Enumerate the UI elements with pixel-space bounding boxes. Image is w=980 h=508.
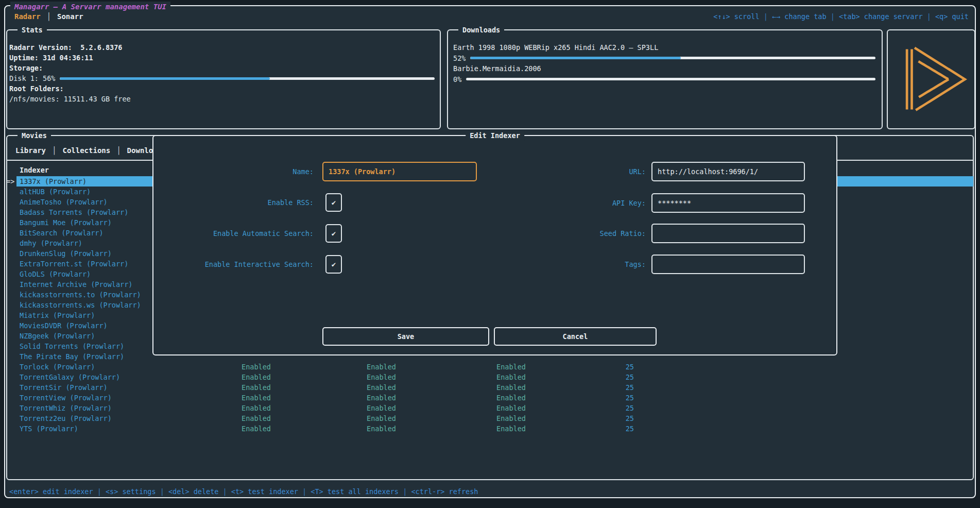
download-name: Barbie.Mermaidia.2006 [453, 63, 875, 74]
tab-separator: │ [45, 12, 53, 21]
tags-input[interactable] [651, 255, 805, 274]
indexer-enabled-cell: Enabled [367, 393, 396, 403]
indexer-row-torrentview-prowlarr[interactable]: TorrentView (Prowlarr)EnabledEnabledEnab… [16, 393, 973, 403]
download-progress-bar [470, 57, 875, 59]
terminal-screen: Managarr – A Servarr management TUI Rada… [0, 0, 980, 508]
enable-rss-label: Enable RSS: [174, 193, 314, 212]
indexer-enabled-cell: Enabled [367, 382, 396, 393]
indexer-enabled-cell: Enabled [496, 393, 526, 403]
hint-label: quit [948, 12, 969, 21]
hint-separator: | [93, 487, 106, 496]
indexer-row-torrentsir-prowlarr[interactable]: TorrentSir (Prowlarr)EnabledEnabledEnabl… [16, 382, 973, 393]
root-folders-label: Root Folders: [9, 83, 435, 94]
tab-sonarr[interactable]: Sonarr [53, 12, 88, 21]
check-icon: ✔ [332, 198, 336, 207]
hint-key: <↑↓> [713, 12, 730, 21]
indexer-row-torrentgalaxy-prowlarr[interactable]: TorrentGalaxy (Prowlarr)EnabledEnabledEn… [16, 372, 973, 382]
url-input[interactable]: http://localhost:9696/1/ [651, 162, 805, 181]
hint-separator: | [399, 487, 411, 496]
tab-radarr[interactable]: Radarr [10, 12, 45, 21]
download-progress-row: 0% [453, 74, 875, 84]
hint-label: test indexer [244, 487, 298, 496]
indexer-name: 1337x (Prowlarr) [20, 176, 87, 187]
hint-key: <enter> [9, 487, 39, 496]
indexer-name: The Pirate Bay (Prowlarr) [20, 351, 124, 362]
logo-panel [887, 29, 975, 129]
hint-label: scroll [730, 12, 760, 21]
indexer-row-torlock-prowlarr[interactable]: Torlock (Prowlarr)EnabledEnabledEnabled2… [16, 362, 973, 372]
indexer-name: kickasstorrents.ws (Prowlarr) [20, 300, 141, 310]
indexer-name: TorrentWhiz (Prowlarr) [20, 403, 112, 413]
indexer-row-yts-prowlarr[interactable]: YTS (Prowlarr)EnabledEnabledEnabled25 [16, 424, 973, 434]
hint-separator: | [760, 12, 772, 21]
hint-change-tab: ←→ change tab [772, 12, 827, 21]
disk-usage-bar-fill [60, 77, 269, 80]
hint-key: <s> [106, 487, 118, 496]
enable-automatic-search-checkbox[interactable]: ✔ [325, 224, 342, 243]
api-key-input[interactable]: ******** [651, 193, 805, 213]
hint-refresh: <ctrl-r> refresh [411, 487, 478, 496]
indexer-priority-cell: 25 [593, 413, 634, 424]
hint-key: <t> [231, 487, 244, 496]
download-progress-fill [470, 57, 681, 59]
modal-title: Edit Indexer [466, 130, 524, 141]
bottom-hints: <enter> edit indexer | <s> settings | <d… [9, 485, 478, 498]
hint-key: <q> [935, 12, 948, 21]
api-key-input-label: API Key: [514, 193, 646, 213]
name-field-label: Name: [174, 162, 314, 181]
indexer-row-torrentz2eu-prowlarr[interactable]: Torrentz2eu (Prowlarr)EnabledEnabledEnab… [16, 413, 973, 424]
indexer-name: kickasstorrents.to (Prowlarr) [20, 290, 141, 300]
hint-key: <T> [311, 487, 323, 496]
indexer-enabled-cell: Enabled [367, 413, 396, 424]
hint-quit: <q> quit [935, 12, 969, 21]
hint-delete: <del> delete [168, 487, 219, 496]
indexer-enabled-cell: Enabled [242, 362, 271, 372]
indexer-name: DrunkenSlug (Prowlarr) [20, 248, 112, 259]
seed-ratio-input-label: Seed Ratio: [514, 224, 646, 243]
indexer-enabled-cell: Enabled [367, 362, 396, 372]
storage-label: Storage: [9, 63, 435, 73]
indexer-enabled-cell: Enabled [242, 393, 271, 403]
hint-label: edit indexer [39, 487, 93, 496]
indexer-enabled-cell: Enabled [242, 382, 271, 393]
indexer-name: TorrentSir (Prowlarr) [20, 382, 108, 393]
movies-panel-title: Movies [18, 130, 51, 141]
save-button[interactable]: Save [322, 327, 489, 346]
indexer-enabled-cell: Enabled [367, 403, 396, 413]
stats-panel: Stats Radarr Version: 5.2.6.8376 Uptime:… [6, 29, 441, 129]
enable-rss-checkbox[interactable]: ✔ [325, 193, 342, 212]
check-icon: ✔ [332, 260, 336, 268]
indexer-name: Torlock (Prowlarr) [20, 362, 95, 372]
url-input-label: URL: [514, 162, 646, 181]
seed-ratio-input[interactable] [651, 224, 805, 243]
hint-label: change tab [780, 12, 826, 21]
hint-separator: | [156, 487, 168, 496]
indexer-enabled-cell: Enabled [496, 382, 526, 393]
name-input[interactable]: 1337x (Prowlarr) [322, 162, 477, 181]
enable-interactive-search-checkbox[interactable]: ✔ [325, 255, 342, 274]
hint-separator: | [923, 12, 935, 21]
download-progress-row: 52% [453, 53, 875, 63]
downloads-items: Earth 1998 1080p WEBRip x265 Hindi AAC2.… [453, 42, 875, 84]
hint-key: <tab> [839, 12, 860, 21]
indexer-enabled-cell: Enabled [242, 424, 271, 434]
indexer-row-torrentwhiz-prowlarr[interactable]: TorrentWhiz (Prowlarr)EnabledEnabledEnab… [16, 403, 973, 413]
root-folder-free-line: /nfs/movies: 11511.43 GB free [9, 94, 435, 104]
url-input-value: http://localhost:9696/1/ [652, 163, 804, 180]
indexer-name: altHUB (Prowlarr) [20, 187, 91, 197]
hint-separator: | [298, 487, 311, 496]
hint-test-all-indexers: <T> test all indexers [311, 487, 399, 496]
indexer-name: Bangumi Moe (Prowlarr) [20, 217, 112, 228]
hint-separator: | [218, 487, 231, 496]
indexer-name: AnimeTosho (Prowlarr) [20, 197, 108, 207]
indexer-enabled-cell: Enabled [242, 372, 271, 382]
edit-indexer-modal: Edit Indexer Name: 1337x (Prowlarr) Enab… [152, 135, 837, 355]
indexer-enabled-cell: Enabled [367, 372, 396, 382]
indexer-priority-cell: 25 [593, 382, 634, 393]
hint-label: delete [190, 487, 219, 496]
indexer-name: Badass Torrents (Prowlarr) [20, 207, 128, 217]
cancel-button[interactable]: Cancel [494, 327, 657, 346]
indexer-name: Solid Torrents (Prowlarr) [20, 341, 124, 351]
indexer-priority-cell: 25 [593, 362, 634, 372]
hint-label: test all indexers [323, 487, 399, 496]
